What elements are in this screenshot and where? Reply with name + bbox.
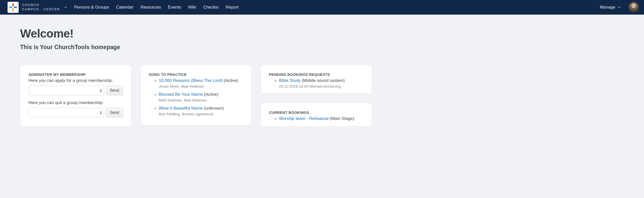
booking-link[interactable]: Worship team - Rehearsal — [279, 116, 329, 121]
quit-membership-label: Here you can quit a group membership: — [28, 100, 123, 105]
current-bookings-list: Worship team - Rehearsal (Main Stage) — [269, 116, 364, 121]
list-item: What A Beautiful Name (unknown) Ben Fiel… — [159, 106, 243, 116]
church-logo-icon — [9, 4, 17, 11]
nav-wiki[interactable]: Wiki — [188, 5, 196, 10]
user-avatar[interactable] — [628, 2, 639, 13]
svg-rect-1 — [14, 7, 17, 8]
song-link[interactable]: 10,000 Reasons (Bless The Lord) — [159, 78, 223, 83]
song-status: (Active) — [204, 92, 218, 97]
apply-membership-label: Here you can apply for a group membershi… — [28, 78, 123, 83]
svg-rect-3 — [9, 7, 12, 8]
quit-membership-send-button[interactable]: Send — [106, 108, 123, 117]
quit-membership-select[interactable] — [28, 108, 104, 117]
chevron-down-icon — [64, 6, 67, 9]
membership-card: ADMINISTER MY MEMBERSHIP Here you can ap… — [20, 65, 131, 126]
song-authors: Beth Redman, Matt Redman — [159, 98, 243, 102]
primary-nav: Persons & Groups Calendar Resources Even… — [74, 5, 239, 10]
page-subtitle: This is Your ChurchTools homepage — [20, 44, 370, 51]
apply-membership-select[interactable] — [28, 86, 104, 95]
brand-switcher[interactable] — [64, 6, 67, 9]
nav-checkin[interactable]: Checkin — [203, 5, 219, 10]
list-item: 10,000 Reasons (Bless The Lord) (Active)… — [159, 78, 243, 88]
chevron-down-icon — [618, 6, 621, 9]
current-bookings-card: CURRENT BOOKINGS Worship team - Rehearsa… — [261, 103, 372, 126]
list-item: Blessed Be Your Name (Active) Beth Redma… — [159, 92, 243, 102]
membership-card-title: ADMINISTER MY MEMBERSHIP — [28, 73, 123, 77]
nav-calendar[interactable]: Calendar — [116, 5, 134, 10]
pending-bookings-title: PENDING BOOKINGS REQUESTS — [269, 73, 364, 77]
app-logo[interactable] — [8, 2, 19, 13]
page-title: Welcome! — [20, 27, 370, 40]
top-navbar: CHURCH CAMPUS - CENTER Persons & Groups … — [0, 0, 644, 15]
booking-meta: 20.10.2018 15:00 Michael Armstrong — [279, 84, 364, 88]
songs-card-title: SONG TO PRACTICE — [149, 73, 243, 77]
list-item: Bible Study (Mobile sound system) 20.10.… — [279, 78, 364, 88]
booking-detail: (Main Stage) — [330, 116, 354, 121]
booking-link[interactable]: Bible Study — [279, 78, 301, 83]
songs-card: SONG TO PRACTICE 10,000 Reasons (Bless T… — [140, 65, 252, 125]
apply-membership-send-button[interactable]: Send — [106, 86, 123, 95]
booking-detail: (Mobile sound system) — [302, 78, 345, 83]
songs-list: 10,000 Reasons (Bless The Lord) (Active)… — [149, 78, 243, 116]
song-authors: Jonas Myrin, Matt Redman — [159, 84, 243, 88]
brand-name: CHURCH CAMPUS - CENTER — [22, 3, 60, 12]
list-item: Worship team - Rehearsal (Main Stage) — [279, 116, 364, 121]
manage-menu[interactable]: Manage — [600, 5, 621, 10]
song-link[interactable]: Blessed Be Your Name — [159, 92, 203, 97]
svg-rect-0 — [12, 4, 14, 6]
current-bookings-title: CURRENT BOOKINGS — [269, 111, 364, 115]
nav-persons-groups[interactable]: Persons & Groups — [74, 5, 109, 10]
song-authors: Ben Fielding, Brooke Ligertwood — [159, 112, 243, 116]
song-status: (unknown) — [204, 106, 224, 111]
song-status: (Active) — [224, 78, 238, 83]
pending-bookings-card: PENDING BOOKINGS REQUESTS Bible Study (M… — [261, 65, 372, 94]
svg-rect-2 — [12, 8, 14, 11]
nav-events[interactable]: Events — [168, 5, 181, 10]
nav-resources[interactable]: Resources — [141, 5, 161, 10]
pending-bookings-list: Bible Study (Mobile sound system) 20.10.… — [269, 78, 364, 88]
song-link[interactable]: What A Beautiful Name — [159, 106, 203, 111]
nav-report[interactable]: Report — [226, 5, 238, 10]
